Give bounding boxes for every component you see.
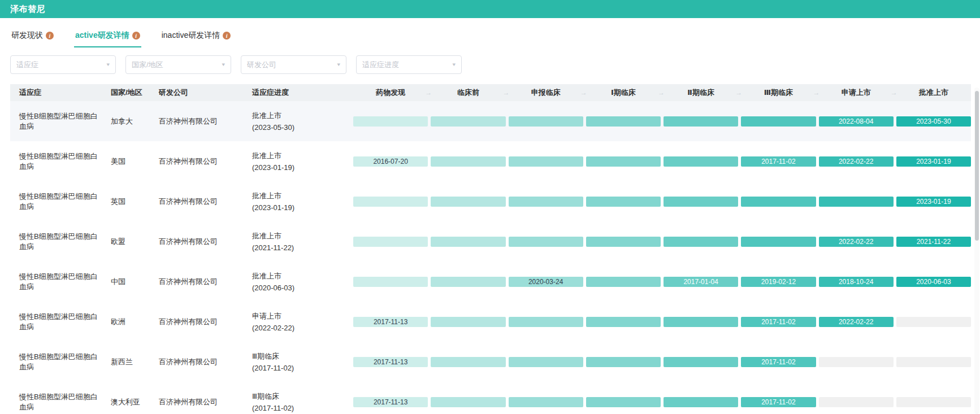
stage-bar [431,277,505,287]
stage-bar [353,116,428,127]
indication-cell: 慢性B细胞型淋巴细胞白血病 [10,312,102,332]
stage-bar [431,156,505,167]
progress-cell: Ⅲ期临床(2017-11-02) [243,350,353,374]
stage-bar: 2017-11-02 [741,156,816,167]
stage-bar: 2022-02-22 [819,317,894,327]
stage-column-header: 药物发现→ [353,88,428,98]
stage-bar [586,197,661,207]
stage-bar [664,357,738,367]
stage-bar: 2017-11-13 [353,357,428,367]
company-cell: 百济神州有限公司 [150,116,243,127]
table-header-row: 适应症 国家/地区 研发公司 适应症进度 药物发现→临床前→申报临床→Ⅰ期临床→… [10,84,971,101]
table-row: 慢性B细胞型淋巴细胞白血病美国百济神州有限公司批准上市(2023-01-19)2… [10,141,971,181]
stage-bar [431,197,505,207]
stage-bar [819,397,894,407]
stage-column-header: 临床前→ [431,88,505,98]
tab-active-rd-detail[interactable]: active研发详情 i [74,30,141,47]
stage-bar-track: 2017-11-132017-11-02 [353,397,971,407]
region-cell: 欧洲 [102,317,150,327]
indication-cell: 慢性B细胞型淋巴细胞白血病 [10,352,102,372]
table-row: 慢性B细胞型淋巴细胞白血病加拿大百济神州有限公司批准上市(2023-05-30)… [10,101,971,141]
stage-bar: 2022-08-04 [819,116,894,127]
stage-bar [586,357,661,367]
stage-bar [509,357,583,367]
col-header-indication: 适应症 [10,88,102,98]
app-title: 泽布替尼 [10,4,45,15]
progress-stage-text: 申请上市 [252,310,353,322]
progress-cell: Ⅲ期临床(2017-11-02) [243,390,353,414]
info-icon[interactable]: i [223,32,231,40]
region-cell: 美国 [102,156,150,167]
stage-bar: 2020-06-03 [896,277,971,287]
stage-bar-track: 2020-03-242017-01-042019-02-122018-10-24… [353,277,971,287]
stage-bar: 2023-01-19 [896,197,971,207]
tab-inactive-rd-detail[interactable]: inactive研发详情 i [161,30,232,47]
tab-rd-status[interactable]: 研发现状 i [10,30,55,47]
progress-cell: 批准上市(2023-01-19) [243,150,353,173]
info-icon[interactable]: i [46,32,54,40]
progress-date-text: (2017-11-02) [252,362,353,374]
progress-date-text: (2023-01-19) [252,162,353,173]
stage-bar: 2017-11-02 [741,397,816,407]
company-cell: 百济神州有限公司 [150,397,243,407]
company-cell: 百济神州有限公司 [150,197,243,207]
region-filter-select[interactable]: 国家/地区 ▾ [125,55,231,74]
progress-cell: 批准上市(2020-06-03) [243,270,353,294]
region-cell: 加拿大 [102,116,150,127]
progress-stage-text: 批准上市 [252,230,353,242]
stage-bar: 2018-10-24 [819,277,894,287]
chevron-down-icon: ▾ [222,62,225,67]
stage-bar: 2023-01-19 [896,156,971,167]
col-header-region: 国家/地区 [102,88,150,98]
stage-column-header: Ⅲ期临床→ [741,88,816,98]
tab-label: 研发现状 [11,30,43,41]
stage-bar: 2019-02-12 [741,277,816,287]
progress-date-text: (2017-11-02) [252,402,353,414]
stage-bar [664,116,738,127]
company-cell: 百济神州有限公司 [150,237,243,247]
app-header: 泽布替尼 [0,0,980,18]
stage-bar: 2022-02-22 [819,156,894,167]
stage-bar: 2017-11-13 [353,397,428,407]
table-row: 慢性B细胞型淋巴细胞白血病英国百济神州有限公司批准上市(2023-01-19)2… [10,181,971,221]
region-cell: 新西兰 [102,357,150,367]
stage-bar [431,397,505,407]
progress-date-text: (2023-01-19) [252,202,353,213]
col-header-progress: 适应症进度 [243,88,353,98]
indication-cell: 慢性B细胞型淋巴细胞白血病 [10,111,102,132]
table-row: 慢性B细胞型淋巴细胞白血病欧洲百济神州有限公司申请上市(2022-02-22)2… [10,302,971,342]
stage-bar [664,156,738,167]
progress-filter-select[interactable]: 适应症进度 ▾ [356,55,462,74]
col-header-company: 研发公司 [150,88,243,98]
progress-stage-text: 批准上市 [252,190,353,202]
stage-bar [586,116,661,127]
stage-bar [353,277,428,287]
stage-column-header: 申请上市→ [819,88,894,98]
progress-date-text: (2023-05-30) [252,121,353,133]
progress-cell: 批准上市(2023-05-30) [243,110,353,133]
company-filter-select[interactable]: 研发公司 ▾ [241,55,346,74]
progress-date-text: (2022-02-22) [252,322,353,334]
progress-stage-text: 批准上市 [252,110,353,121]
table-row: 慢性B细胞型淋巴细胞白血病澳大利亚百济神州有限公司Ⅲ期临床(2017-11-02… [10,382,971,414]
progress-cell: 批准上市(2021-11-22) [243,230,353,254]
company-cell: 百济神州有限公司 [150,156,243,167]
region-cell: 英国 [102,197,150,207]
scrollbar-thumb[interactable] [975,91,979,241]
indication-filter-select[interactable]: 适应症 ▾ [10,55,116,74]
progress-stage-text: 批准上市 [252,270,353,282]
select-placeholder: 国家/地区 [132,60,163,70]
stage-bar: 2017-11-02 [741,357,816,367]
stage-header-group: 药物发现→临床前→申报临床→Ⅰ期临床→Ⅱ期临床→Ⅲ期临床→申请上市→批准上市 [353,84,971,101]
stage-bar: 2016-07-20 [353,156,428,167]
info-icon[interactable]: i [132,32,140,40]
vertical-scrollbar[interactable] [974,88,979,414]
progress-stage-text: 批准上市 [252,150,353,162]
progress-stage-text: Ⅲ期临床 [252,390,353,402]
stage-bar [741,237,816,247]
stage-bar [896,317,971,327]
stage-bar [896,397,971,407]
stage-bar-track: 2023-01-19 [353,197,971,207]
indication-cell: 慢性B细胞型淋巴细胞白血病 [10,191,102,212]
stage-bar: 2017-01-04 [664,277,738,287]
